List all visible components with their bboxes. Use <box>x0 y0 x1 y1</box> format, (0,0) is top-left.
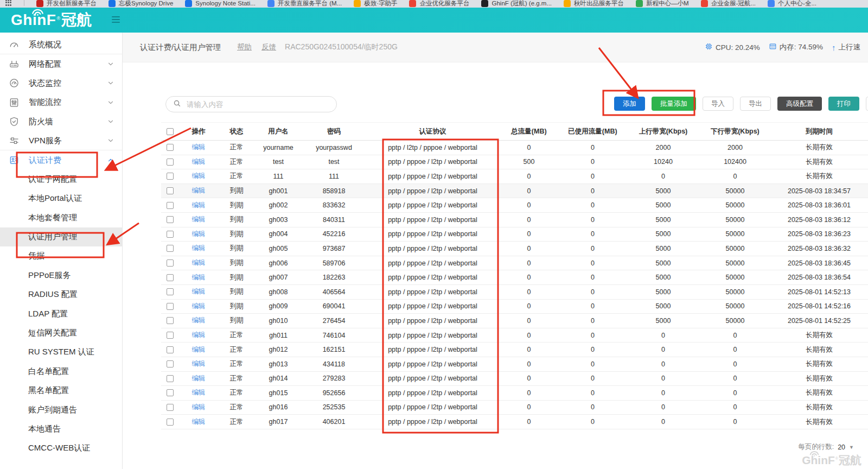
edit-link[interactable]: 编辑 <box>192 244 206 252</box>
bookmark-item[interactable]: Synology Note Stati... <box>185 0 256 7</box>
bookmark-item[interactable]: 企业金服-冠航... <box>701 0 756 8</box>
bookmark-item[interactable]: 忘极Synology Drive <box>108 0 173 8</box>
sidebar-subitem-本地Portal认证[interactable]: 本地Portal认证 <box>0 189 122 208</box>
sidebar-item-网络配置[interactable]: 网络配置 <box>0 54 122 73</box>
rows-per-page-caret-icon[interactable]: ▼ <box>849 445 854 450</box>
sidebar-subitem-黑名单配置[interactable]: 黑名单配置 <box>0 381 122 400</box>
apps-grid-icon[interactable] <box>5 0 12 6</box>
sidebar-item-VPN服务[interactable]: VPN服务 <box>0 131 122 150</box>
bookmark-item[interactable]: 个人中心-全... <box>768 0 816 8</box>
bookmark-item[interactable]: 新程中心—小M <box>636 0 689 8</box>
sidebar-subitem-短信网关配置[interactable]: 短信网关配置 <box>0 324 122 343</box>
sidebar-subitem-LDAP 配置[interactable]: LDAP 配置 <box>0 304 122 323</box>
row-checkbox[interactable] <box>167 404 174 411</box>
row-used-mb: 0 <box>559 212 627 227</box>
row-checkbox[interactable] <box>167 187 174 194</box>
help-link[interactable]: 帮助 <box>237 42 252 52</box>
edit-link[interactable]: 编辑 <box>192 158 206 166</box>
row-checkbox[interactable] <box>167 216 174 223</box>
import-button[interactable]: 导入 <box>703 97 733 111</box>
sidebar-subitem-RADIUS 配置[interactable]: RADIUS 配置 <box>0 285 122 304</box>
edit-link[interactable]: 编辑 <box>192 302 206 310</box>
row-checkbox[interactable] <box>167 419 174 426</box>
sidebar-subitem-RU SYSTEM 认证[interactable]: RU SYSTEM 认证 <box>0 343 122 362</box>
bookmark-favicon <box>701 0 708 7</box>
edit-link[interactable]: 编辑 <box>192 172 206 180</box>
edit-link[interactable]: 编辑 <box>192 259 206 267</box>
sidebar-subitem-账户到期通告[interactable]: 账户到期通告 <box>0 400 122 419</box>
edit-link[interactable]: 编辑 <box>192 201 206 209</box>
edit-link[interactable]: 编辑 <box>192 331 206 339</box>
row-username: gh004 <box>255 227 302 242</box>
edit-link[interactable]: 编辑 <box>192 230 206 238</box>
bookmark-item[interactable]: 秋叶出品服务平台 <box>564 0 624 8</box>
rows-per-page-value[interactable]: 20 <box>838 443 845 451</box>
row-checkbox[interactable] <box>167 360 174 367</box>
row-checkbox[interactable] <box>167 332 174 339</box>
row-checkbox[interactable] <box>167 375 174 382</box>
sidebar-item-系统概况[interactable]: 系统概况 <box>0 35 122 54</box>
row-checkbox[interactable] <box>167 274 174 281</box>
edit-link[interactable]: 编辑 <box>192 316 206 324</box>
sidebar-item-状态监控[interactable]: 状态监控 <box>0 74 122 93</box>
sidebar-subitem-认证用户管理[interactable]: 认证用户管理 <box>0 227 122 246</box>
row-checkbox[interactable] <box>167 389 174 396</box>
row-checkbox[interactable] <box>167 288 174 295</box>
row-username: gh010 <box>255 314 302 328</box>
sidebar-item-认证计费[interactable]: 认证计费 <box>0 150 122 169</box>
row-up-kbps: 5000 <box>627 270 700 285</box>
row-checkbox[interactable] <box>167 144 174 151</box>
edit-link[interactable]: 编辑 <box>192 418 206 426</box>
edit-link[interactable]: 编辑 <box>192 360 206 367</box>
print-button[interactable]: 打印 <box>828 97 859 111</box>
export-button[interactable]: 导出 <box>740 97 771 111</box>
sidebar-subitem-认证子网配置[interactable]: 认证子网配置 <box>0 170 122 189</box>
sidebar-item-防火墙[interactable]: 防火墙 <box>0 112 122 131</box>
sidebar-subitem-凭据[interactable]: 凭据 <box>0 246 122 265</box>
bookmark-item[interactable]: GhinF (冠航) (e.g.m... <box>481 0 552 8</box>
sidebar-subitem-本地套餐管理[interactable]: 本地套餐管理 <box>0 208 122 227</box>
column-header: 密码 <box>302 123 366 141</box>
edit-link[interactable]: 编辑 <box>192 187 206 194</box>
row-checkbox[interactable] <box>167 202 174 209</box>
select-all-checkbox[interactable] <box>167 128 174 135</box>
row-checkbox[interactable] <box>167 173 174 180</box>
row-checkbox[interactable] <box>167 346 174 353</box>
add-button[interactable]: 添加 <box>614 97 645 111</box>
row-checkbox[interactable] <box>167 317 174 324</box>
row-password: 279283 <box>302 371 366 386</box>
sidebar-collapse-icon[interactable] <box>112 16 120 24</box>
bookmark-item[interactable]: 企业优化服务平台 <box>409 0 469 8</box>
edit-link[interactable]: 编辑 <box>192 403 206 411</box>
row-checkbox[interactable] <box>167 159 174 166</box>
column-header: 总流量(MB) <box>499 123 559 141</box>
edit-link[interactable]: 编辑 <box>192 346 206 353</box>
bookmark-item[interactable]: 极致·字助手 <box>354 0 397 8</box>
row-up-kbps: 5000 <box>627 242 700 256</box>
edit-link[interactable]: 编辑 <box>192 288 206 295</box>
bookmark-item[interactable]: 开发创新服务平台 <box>36 0 97 8</box>
sidebar-subitem-白名单配置[interactable]: 白名单配置 <box>0 362 122 381</box>
edit-link[interactable]: 编辑 <box>192 274 206 281</box>
bulk-add-button[interactable]: 批量添加 <box>652 97 696 111</box>
clear-filter-button[interactable]: 清除过滤 <box>866 97 868 111</box>
row-checkbox[interactable] <box>167 231 174 238</box>
feedback-link[interactable]: 反馈 <box>261 42 276 52</box>
search-input[interactable] <box>186 100 321 109</box>
sidebar-subitem-本地通告[interactable]: 本地通告 <box>0 420 122 439</box>
edit-link[interactable]: 编辑 <box>192 389 206 396</box>
row-checkbox[interactable] <box>167 303 174 310</box>
sidebar-item-智能流控[interactable]: 智能流控 <box>0 93 122 112</box>
sidebar-subitem-PPPoE服务[interactable]: PPPoE服务 <box>0 266 122 285</box>
advanced-config-button[interactable]: 高级配置 <box>777 97 822 111</box>
sidebar-subitem-CMCC-WEB认证[interactable]: CMCC-WEB认证 <box>0 439 122 458</box>
bookmark-item[interactable]: 开发垂直服务平台 (M... <box>267 0 342 8</box>
row-checkbox[interactable] <box>167 259 174 267</box>
row-checkbox[interactable] <box>167 245 174 252</box>
edit-link[interactable]: 编辑 <box>192 216 206 223</box>
row-status: 到期 <box>218 314 255 328</box>
edit-link[interactable]: 编辑 <box>192 143 206 151</box>
column-header: 上行带宽(Kbps) <box>627 123 700 141</box>
row-total-mb: 0 <box>499 343 559 357</box>
edit-link[interactable]: 编辑 <box>192 375 206 382</box>
